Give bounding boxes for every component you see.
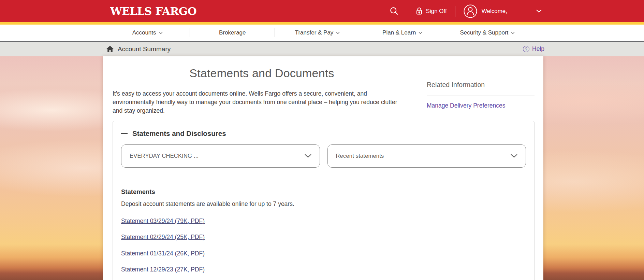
lock-icon: ✱: [415, 7, 423, 15]
top-header: WELLS FARGO ✱ Sign Off: [0, 0, 644, 22]
account-select-dropdown[interactable]: EVERYDAY CHECKING ...: [121, 144, 320, 168]
header-divider: [407, 6, 407, 17]
chevron-down-icon: [305, 154, 311, 158]
chevron-down-icon: [536, 10, 542, 13]
breadcrumb-bar: Account Summary ? Help: [0, 41, 644, 56]
chevron-down-icon: [159, 32, 163, 34]
statement-link[interactable]: Statement 12/29/23 (27K, PDF): [121, 266, 205, 273]
help-link[interactable]: ? Help: [523, 45, 544, 53]
welcome-label: Welcome,: [482, 8, 507, 15]
chevron-down-icon: [336, 32, 340, 34]
collapse-section-icon[interactable]: [121, 133, 128, 134]
related-divider: [427, 96, 535, 96]
manage-delivery-preferences-link[interactable]: Manage Delivery Preferences: [427, 102, 506, 109]
related-information-heading: Related Information: [427, 81, 535, 89]
statement-link[interactable]: Statement 02/29/24 (25K, PDF): [121, 234, 205, 241]
profile-menu[interactable]: Welcome,: [464, 4, 542, 18]
nav-item-accounts[interactable]: Accounts: [105, 29, 190, 36]
content-panel: Statements and Documents It's easy to ac…: [103, 56, 543, 280]
page-body: Statements and Documents It's easy to ac…: [0, 56, 644, 280]
help-icon: ?: [523, 46, 529, 52]
brand-yellow-stripe: [0, 22, 644, 25]
statements-disclosures-card: Statements and Disclosures EVERYDAY CHEC…: [113, 121, 535, 280]
search-icon: [390, 6, 399, 16]
chevron-down-icon: [511, 32, 515, 34]
sign-off-button[interactable]: ✱ Sign Off: [415, 7, 447, 15]
nav-item-transfer-pay[interactable]: Transfer & Pay: [275, 29, 360, 36]
wells-fargo-logo: WELLS FARGO: [110, 5, 196, 17]
home-icon[interactable]: [106, 46, 114, 52]
statement-link[interactable]: Statement 03/29/24 (79K, PDF): [121, 218, 205, 225]
statement-links-list: Statement 03/29/24 (79K, PDF) Statement …: [121, 218, 526, 274]
statement-link[interactable]: Statement 01/31/24 (26K, PDF): [121, 250, 205, 257]
intro-text: It's easy to access your account documen…: [113, 89, 407, 115]
search-button[interactable]: [390, 6, 399, 16]
account-select-value: EVERYDAY CHECKING ...: [130, 153, 199, 159]
statement-range-value: Recent statements: [336, 153, 384, 159]
nav-item-security-support[interactable]: Security & Support: [445, 29, 530, 36]
related-information-section: Related Information Manage Delivery Pref…: [427, 81, 535, 115]
primary-nav: Accounts Brokerage Transfer & Pay Plan &…: [0, 25, 644, 41]
page-title: Statements and Documents: [113, 67, 411, 80]
statement-range-dropdown[interactable]: Recent statements: [327, 144, 526, 168]
nav-item-brokerage[interactable]: Brokerage: [190, 29, 275, 36]
chevron-down-icon: [511, 154, 517, 158]
svg-text:✱: ✱: [418, 11, 420, 14]
header-divider: [455, 6, 455, 17]
card-title: Statements and Disclosures: [132, 129, 226, 138]
statements-heading: Statements: [121, 188, 526, 196]
statements-note: Deposit account statements are available…: [121, 200, 526, 208]
help-label: Help: [532, 45, 544, 53]
chevron-down-icon: [419, 32, 422, 34]
nav-item-plan-learn[interactable]: Plan & Learn: [360, 29, 445, 36]
sign-off-label: Sign Off: [426, 8, 447, 15]
avatar-icon: [464, 4, 477, 18]
breadcrumb-title[interactable]: Account Summary: [118, 45, 171, 53]
